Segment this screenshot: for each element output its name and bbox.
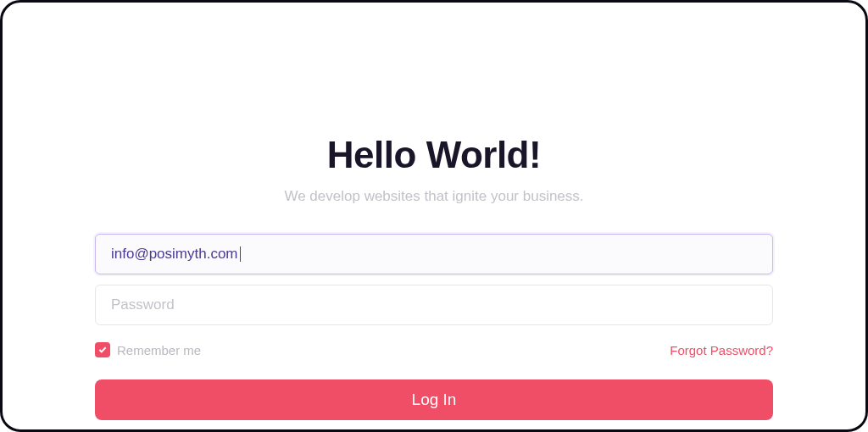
forgot-password-link[interactable]: Forgot Password? [670,343,773,357]
remember-me-wrap: Remember me [95,342,201,357]
page-title: Hello World! [327,134,541,176]
password-input[interactable] [95,285,773,325]
email-input[interactable]: info@posimyth.com [95,234,773,274]
email-value: info@posimyth.com [111,246,238,263]
check-icon [98,346,107,353]
page-subtitle: We develop websites that ignite your bus… [284,188,583,205]
login-window: Hello World! We develop websites that ig… [0,0,868,432]
text-caret-icon [240,246,241,262]
remember-checkbox[interactable] [95,342,110,357]
remember-label: Remember me [117,343,201,357]
login-container: Hello World! We develop websites that ig… [95,134,773,420]
form-meta-row: Remember me Forgot Password? [95,342,773,357]
login-button[interactable]: Log In [95,379,773,420]
